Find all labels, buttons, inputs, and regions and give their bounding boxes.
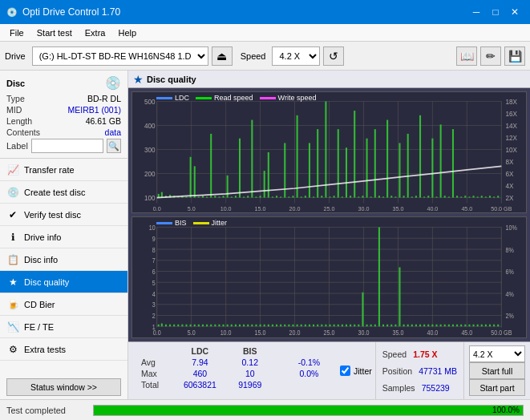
svg-rect-50	[194, 166, 196, 197]
svg-rect-66	[260, 196, 261, 197]
jitter-section: Jitter	[337, 342, 375, 399]
read-button[interactable]: 📖	[456, 46, 477, 66]
nav-create-test-disc[interactable]: 💿 Create test disc	[0, 181, 127, 204]
svg-rect-52	[202, 196, 204, 197]
disc-panel: Disc 💿 Type BD-R DL MID MEIRB1 (001) Len…	[0, 71, 127, 159]
svg-text:16X: 16X	[505, 110, 517, 119]
app-title: Opti Drive Control 1.70	[22, 6, 120, 18]
svg-rect-109	[435, 196, 437, 197]
close-button[interactable]: ✕	[506, 3, 524, 21]
speed-select[interactable]: 4.2 X	[272, 46, 320, 66]
svg-rect-248	[468, 325, 470, 327]
nav-cd-bier-label: CD Bier	[24, 300, 55, 309]
toolbar: Drive (G:) HL-DT-ST BD-RE WH16NS48 1.D3 …	[0, 42, 530, 71]
position-value: 47731 MB	[419, 366, 457, 376]
svg-rect-74	[292, 196, 293, 197]
write-button[interactable]: ✏	[480, 46, 501, 66]
save-button[interactable]: 💾	[504, 46, 525, 66]
svg-rect-181	[194, 325, 196, 327]
nav-disc-info-label: Disc info	[24, 255, 58, 265]
read-speed-legend-item: Read speed	[196, 94, 253, 102]
svg-rect-209	[309, 325, 310, 327]
svg-rect-255	[497, 325, 499, 327]
eject-button[interactable]: ⏏	[212, 46, 233, 66]
svg-rect-206	[297, 325, 298, 327]
charts-area: LDC Read speed Write speed	[128, 88, 530, 341]
sidebar: Disc 💿 Type BD-R DL MID MEIRB1 (001) Len…	[0, 71, 128, 399]
minimize-button[interactable]: ─	[467, 3, 485, 21]
maximize-button[interactable]: □	[487, 3, 504, 21]
test-speed-select[interactable]: 4.2 X	[469, 345, 525, 362]
menu-start-test[interactable]: Start test	[30, 24, 79, 41]
avg-label: Avg	[135, 357, 172, 368]
svg-rect-182	[198, 325, 200, 327]
svg-text:0.0: 0.0	[153, 204, 161, 212]
svg-rect-197	[260, 325, 261, 327]
svg-rect-75	[297, 115, 298, 198]
svg-rect-207	[301, 325, 302, 327]
jitter-checkbox[interactable]	[340, 365, 350, 376]
nav-disc-quality[interactable]: ★ Disc quality	[0, 271, 127, 293]
svg-rect-210	[313, 325, 314, 327]
svg-rect-57	[223, 196, 225, 197]
drive-select[interactable]: (G:) HL-DT-ST BD-RE WH16NS48 1.D3	[32, 46, 208, 66]
start-part-button[interactable]: Start part	[469, 379, 525, 396]
nav-cd-bier[interactable]: 🍺 CD Bier	[0, 293, 127, 316]
svg-rect-185	[210, 325, 212, 327]
nav-extra-tests-label: Extra tests	[24, 345, 66, 354]
svg-rect-232	[403, 325, 405, 327]
nav-extra-tests[interactable]: ⚙ Extra tests	[0, 338, 127, 361]
svg-rect-102	[407, 134, 409, 198]
max-row: Max 460 10 0.0%	[135, 368, 330, 379]
disc-quality-title: Disc quality	[147, 75, 196, 84]
label-search-button[interactable]: 🔍	[107, 139, 121, 153]
nav-disc-info[interactable]: 📋 Disc info	[0, 248, 127, 271]
status-window-button[interactable]: Status window >>	[6, 378, 121, 396]
menu-file[interactable]: File	[3, 24, 30, 41]
svg-rect-191	[235, 325, 237, 327]
contents-value: data	[105, 127, 121, 137]
nav-fe-te[interactable]: 📉 FE / TE	[0, 316, 127, 338]
svg-rect-96	[382, 196, 384, 197]
type-value: BD-R DL	[87, 94, 121, 103]
svg-rect-65	[255, 196, 257, 197]
svg-rect-241	[440, 325, 442, 327]
nav-transfer-rate[interactable]: 📈 Transfer rate	[0, 159, 127, 181]
svg-rect-237	[423, 325, 425, 327]
read-speed-legend-label: Read speed	[214, 94, 253, 102]
menu-extra[interactable]: Extra	[79, 24, 112, 41]
svg-rect-106	[423, 196, 425, 197]
svg-rect-107	[427, 196, 429, 197]
start-full-button[interactable]: Start full	[469, 362, 525, 379]
nav-fe-te-label: FE / TE	[24, 322, 54, 332]
svg-text:15.0: 15.0	[255, 329, 266, 337]
svg-text:10.0: 10.0	[220, 329, 232, 337]
svg-rect-227	[382, 325, 384, 327]
menu-help[interactable]: Help	[111, 24, 143, 41]
svg-rect-49	[190, 157, 192, 198]
svg-rect-120	[481, 196, 483, 197]
avg-row: Avg 7.94 0.12 -0.1%	[135, 357, 330, 368]
progress-track: 100.0%	[93, 405, 524, 416]
nav-drive-info[interactable]: ℹ Drive info	[0, 226, 127, 248]
svg-text:2: 2	[152, 313, 156, 321]
svg-rect-117	[468, 196, 470, 197]
cd-bier-icon: 🍺	[6, 298, 19, 311]
refresh-button[interactable]: ↺	[323, 46, 344, 66]
disc-section-title: Disc	[6, 79, 25, 88]
svg-rect-224	[370, 325, 372, 327]
nav-create-test-disc-label: Create test disc	[24, 188, 85, 197]
svg-rect-69	[272, 196, 273, 197]
nav-verify-test-disc[interactable]: ✔ Verify test disc	[0, 204, 127, 226]
status-text: Test completed	[6, 406, 87, 415]
svg-rect-233	[407, 325, 409, 327]
jitter-label-text: Jitter	[354, 366, 372, 376]
main-area: Disc 💿 Type BD-R DL MID MEIRB1 (001) Len…	[0, 71, 530, 399]
ldc-chart-svg: 500 400 300 200 100 18X 16X 14X 12X 10X …	[132, 92, 526, 212]
svg-rect-198	[264, 325, 265, 327]
svg-rect-249	[473, 325, 475, 327]
svg-rect-175	[169, 325, 171, 327]
svg-text:5.0: 5.0	[188, 204, 196, 212]
svg-rect-179	[185, 325, 187, 327]
label-input[interactable]	[31, 139, 103, 153]
